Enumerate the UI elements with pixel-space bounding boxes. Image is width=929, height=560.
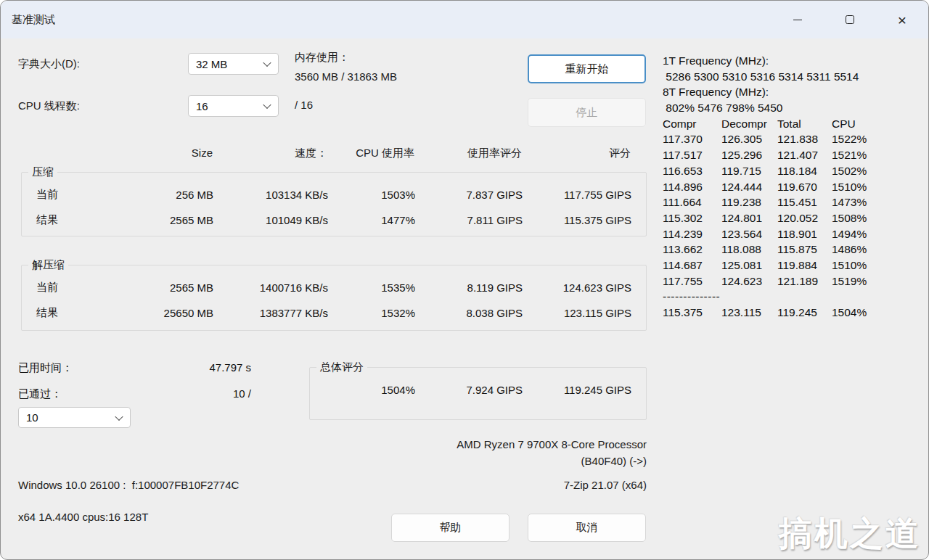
cpu-threads-label: CPU 线程数: bbox=[18, 99, 80, 113]
memory-usage-label: 内存使用： bbox=[295, 51, 349, 65]
close-button[interactable]: × bbox=[876, 1, 928, 38]
total-usage-rating: 7.924 GIPS bbox=[415, 384, 523, 396]
restart-button[interactable]: 重新开始 bbox=[528, 54, 646, 83]
title-bar: 基准测试 × bbox=[1, 1, 928, 38]
cpu-threads-select[interactable]: 16 bbox=[188, 95, 279, 117]
cell: 115.375 bbox=[663, 305, 721, 321]
compression-group-title: 压缩 bbox=[28, 165, 57, 179]
cell-rating: 117.755 GIPS bbox=[523, 189, 631, 201]
bench-table-header: Size 速度： CPU 使用率 使用率评分 评分 bbox=[21, 147, 647, 160]
dictionary-size-select[interactable]: 32 MB bbox=[188, 53, 279, 75]
compression-result-row: 结果 2565 MB 101049 KB/s 1477% 7.811 GIPS … bbox=[22, 207, 646, 233]
cell-rating: 115.375 GIPS bbox=[523, 214, 631, 226]
freq-1t-label: 1T Frequency (MHz): bbox=[663, 53, 924, 69]
cpu-log-panel: 1T Frequency (MHz): 5286 5300 5310 5316 … bbox=[663, 53, 924, 321]
dictionary-size-label: 字典大小(D): bbox=[18, 57, 80, 71]
header-spacer bbox=[21, 147, 115, 160]
os-version: Windows 10.0 26100 : f:100007FB10F2774C bbox=[18, 479, 239, 491]
cell: 124.623 bbox=[721, 273, 777, 289]
cell: 117.517 bbox=[663, 147, 721, 163]
cell-cpu-usage: 1477% bbox=[328, 214, 415, 226]
col-cpu-usage: CPU 使用率 bbox=[327, 147, 414, 160]
cell: 125.296 bbox=[721, 147, 777, 163]
cell: 118.184 bbox=[777, 163, 832, 179]
cell-usage-rating: 8.119 GIPS bbox=[415, 281, 523, 294]
row-label: 结果 bbox=[22, 213, 116, 227]
freq-1t-values: 5286 5300 5310 5316 5314 5311 5514 bbox=[663, 69, 924, 85]
passes-label: 已通过： bbox=[18, 387, 62, 401]
cell: 124.444 bbox=[721, 179, 777, 195]
cell-size: 25650 MB bbox=[116, 307, 213, 319]
cancel-button[interactable]: 取消 bbox=[528, 514, 646, 542]
cell: 1508% bbox=[832, 210, 924, 226]
cell: 114.687 bbox=[663, 258, 721, 273]
row-label: 结果 bbox=[22, 306, 116, 320]
maximize-button[interactable] bbox=[824, 1, 876, 38]
col-rating: 评分 bbox=[522, 147, 631, 160]
arch-info: x64 1A.4400 cpus:16 128T bbox=[18, 511, 148, 523]
cell: 115.451 bbox=[777, 194, 832, 210]
decompression-group-title: 解压缩 bbox=[28, 258, 68, 272]
cell-rating: 123.115 GIPS bbox=[523, 307, 631, 319]
chevron-down-icon bbox=[263, 59, 271, 67]
cell: 125.081 bbox=[721, 258, 777, 273]
log-row: 114.896124.444119.6701510% bbox=[663, 179, 924, 195]
freq-8t-label: 8T Frequency (MHz): bbox=[663, 84, 924, 100]
log-row: 114.239123.564118.9011494% bbox=[663, 226, 924, 242]
col-size: Size bbox=[115, 147, 213, 160]
elapsed-row: 已用时间： 47.797 s bbox=[18, 361, 251, 375]
cell: 126.305 bbox=[721, 131, 777, 147]
cell: 123.115 bbox=[721, 305, 777, 321]
cell-speed: 1383777 KB/s bbox=[213, 307, 328, 319]
maximize-icon bbox=[846, 15, 854, 24]
cell: 119.238 bbox=[721, 194, 777, 210]
decompression-group: 解压缩 当前 2565 MB 1400716 KB/s 1535% 8.119 … bbox=[21, 265, 647, 331]
total-rating-title: 总体评分 bbox=[316, 361, 367, 374]
cell: 1473% bbox=[832, 194, 924, 210]
cell: 124.801 bbox=[721, 210, 777, 226]
cell: 119.245 bbox=[777, 305, 832, 321]
cell: 119.670 bbox=[777, 179, 832, 195]
cell-cpu-usage: 1503% bbox=[328, 189, 415, 201]
cell-size: 2565 MB bbox=[116, 281, 213, 294]
cpu-name: AMD Ryzen 7 9700X 8-Core Processor bbox=[291, 438, 647, 450]
cell: 1522% bbox=[832, 131, 924, 147]
cell: 116.653 bbox=[663, 163, 721, 179]
log-col-total: Total bbox=[777, 116, 832, 132]
cell: 1519% bbox=[832, 273, 924, 289]
cell: 1504% bbox=[832, 305, 924, 321]
minimize-icon bbox=[793, 20, 802, 20]
cell: 121.838 bbox=[777, 131, 832, 147]
passes-select[interactable]: 10 bbox=[18, 407, 131, 428]
compression-group: 压缩 当前 256 MB 103134 KB/s 1503% 7.837 GIP… bbox=[21, 172, 647, 236]
row-label: 当前 bbox=[22, 188, 116, 202]
compression-current-row: 当前 256 MB 103134 KB/s 1503% 7.837 GIPS 1… bbox=[22, 182, 646, 207]
cell: 113.662 bbox=[663, 242, 721, 258]
log-total-row: 115.375123.115119.2451504% bbox=[663, 305, 924, 321]
cpu-id: (B40F40) (->) bbox=[291, 455, 647, 467]
cell: 1510% bbox=[832, 179, 924, 195]
cell-cpu-usage: 1532% bbox=[328, 307, 415, 319]
row-label: 当前 bbox=[22, 281, 116, 295]
cell-usage-rating: 7.837 GIPS bbox=[415, 189, 523, 201]
cell: 117.370 bbox=[663, 131, 721, 147]
log-row: 116.653119.715118.1841502% bbox=[663, 163, 924, 179]
log-header-row: Compr Decompr Total CPU bbox=[663, 116, 924, 132]
log-row: 117.517125.296121.4071521% bbox=[663, 147, 924, 163]
cell: 121.407 bbox=[777, 147, 832, 163]
cell: 1510% bbox=[832, 258, 924, 273]
log-col-decompr: Decompr bbox=[721, 116, 777, 132]
minimize-button[interactable] bbox=[772, 1, 824, 38]
help-button[interactable]: 帮助 bbox=[391, 514, 509, 542]
chevron-down-icon bbox=[263, 101, 271, 109]
log-row: 117.370126.305121.8381522% bbox=[663, 131, 924, 147]
elapsed-label: 已用时间： bbox=[18, 361, 73, 375]
passes-value: 10 / bbox=[233, 387, 251, 401]
window-controls: × bbox=[772, 1, 928, 38]
cell: 121.189 bbox=[777, 273, 832, 289]
elapsed-value: 47.797 s bbox=[209, 361, 251, 375]
close-icon: × bbox=[898, 12, 907, 28]
cell: 118.088 bbox=[721, 242, 777, 258]
freq-8t-values: 802% 5476 798% 5450 bbox=[663, 100, 924, 116]
decompression-current-row: 当前 2565 MB 1400716 KB/s 1535% 8.119 GIPS… bbox=[22, 275, 646, 300]
